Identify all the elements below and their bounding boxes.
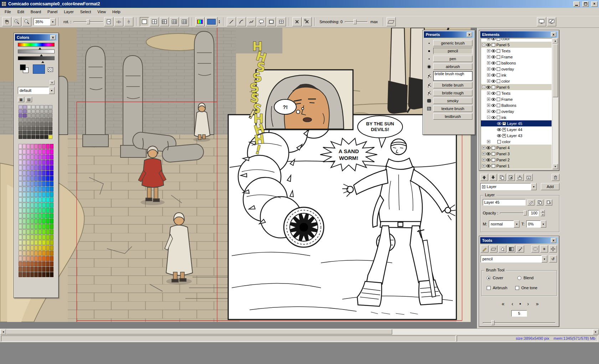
gray-swatch[interactable]: [27, 105, 31, 109]
expand-icon[interactable]: +: [487, 73, 490, 77]
color-swatch[interactable]: [19, 245, 22, 250]
color-swatch[interactable]: [38, 235, 42, 240]
color-swatch[interactable]: [42, 187, 46, 192]
color-swatch[interactable]: [26, 155, 30, 160]
visibility-eye-icon[interactable]: [486, 43, 491, 46]
gray-swatch[interactable]: [19, 105, 22, 109]
color-swatch[interactable]: [42, 171, 46, 176]
gray-swatch[interactable]: [44, 131, 48, 135]
preset-generic-brush[interactable]: generic brush: [433, 40, 472, 46]
gray-swatch[interactable]: [40, 114, 44, 118]
color-swatch[interactable]: [46, 155, 50, 160]
collapse-icon[interactable]: -: [482, 85, 485, 89]
gray-swatch[interactable]: [44, 122, 48, 126]
gray-swatch[interactable]: [40, 122, 44, 126]
color-swatch[interactable]: [38, 256, 42, 261]
color-swatch[interactable]: [38, 213, 42, 218]
menu-select[interactable]: Select: [77, 9, 94, 15]
color-swatch[interactable]: [46, 240, 50, 245]
color-swatch[interactable]: [34, 229, 38, 234]
color-swatch[interactable]: [42, 224, 46, 229]
display-settings-button[interactable]: [537, 17, 546, 26]
minimize-button[interactable]: [573, 1, 580, 7]
gray-swatch[interactable]: [36, 114, 40, 118]
color-swatch[interactable]: [22, 176, 26, 181]
color-swatch[interactable]: [42, 176, 46, 181]
visibility-eye-icon[interactable]: [497, 134, 501, 137]
gradient-tool-button[interactable]: [507, 245, 515, 253]
size-next-button[interactable]: ›: [526, 301, 531, 307]
menu-file[interactable]: File: [1, 9, 14, 15]
layer-checkbox[interactable]: [502, 128, 506, 131]
gray-swatch[interactable]: [48, 126, 52, 130]
color-swatch[interactable]: [22, 181, 26, 186]
add-layer-button[interactable]: Add: [541, 183, 559, 190]
color-swatch[interactable]: [22, 256, 26, 261]
duplicate-layer-button[interactable]: [498, 174, 506, 181]
color-swatch[interactable]: [42, 181, 46, 186]
color-swatch[interactable]: [46, 229, 50, 234]
view-grid-2-button[interactable]: [150, 17, 159, 26]
color-swatch[interactable]: [38, 224, 42, 229]
color-swatch[interactable]: [38, 251, 42, 256]
close-icon[interactable]: ×: [551, 32, 556, 37]
wand-tool-button[interactable]: ✳: [540, 245, 548, 253]
color-swatch[interactable]: [34, 235, 38, 240]
color-swatch[interactable]: [19, 261, 22, 266]
gray-swatch[interactable]: [31, 126, 35, 130]
color-swatch[interactable]: [50, 224, 53, 229]
gray-swatch[interactable]: [27, 118, 31, 122]
expand-icon[interactable]: +: [482, 158, 485, 161]
scroll-down-icon[interactable]: ▼: [553, 164, 558, 169]
one-tone-checkbox[interactable]: [515, 286, 519, 290]
color-swatch[interactable]: [38, 197, 42, 202]
view-grid-3-button[interactable]: [170, 17, 179, 26]
color-swatch[interactable]: [50, 187, 53, 192]
visibility-eye-icon[interactable]: [491, 74, 496, 77]
visibility-eye-icon[interactable]: [497, 128, 501, 131]
color-swatch[interactable]: [46, 267, 50, 272]
color-swatch[interactable]: [26, 197, 30, 202]
color-swatch[interactable]: [38, 171, 42, 176]
gray-swatch[interactable]: [36, 105, 40, 109]
visibility-eye-icon[interactable]: [497, 122, 501, 125]
copy-name-button[interactable]: [536, 199, 543, 206]
expand-icon[interactable]: +: [487, 49, 490, 52]
color-swatch[interactable]: [22, 219, 26, 224]
scroll-left-icon[interactable]: ◄: [0, 329, 6, 334]
color-swatch[interactable]: [38, 155, 42, 160]
eyedropper-tool-button[interactable]: [516, 245, 524, 253]
expand-icon[interactable]: +: [487, 140, 490, 143]
cut-layer-button[interactable]: [507, 174, 515, 181]
gray-swatch[interactable]: [31, 105, 35, 109]
blend-radio[interactable]: [517, 276, 521, 280]
tree-row-frame[interactable]: +Frame: [481, 54, 552, 60]
gray-swatch[interactable]: [23, 131, 27, 135]
gray-swatch[interactable]: [40, 131, 44, 135]
color-swatch[interactable]: [30, 165, 34, 170]
color-swatch[interactable]: [19, 197, 22, 202]
color-swatch[interactable]: [30, 160, 34, 165]
color-swatch[interactable]: [46, 149, 50, 154]
export-layer-button[interactable]: [525, 174, 533, 181]
color-swatch[interactable]: [42, 251, 46, 256]
gray-swatch[interactable]: [27, 126, 31, 130]
palette-view-grid-button[interactable]: ▦: [18, 97, 24, 102]
layer-checkbox[interactable]: [497, 116, 500, 119]
color-swatch[interactable]: [19, 219, 22, 224]
color-swatch[interactable]: [50, 171, 53, 176]
color-swatch[interactable]: [26, 176, 30, 181]
color-swatch[interactable]: [50, 251, 53, 256]
gray-swatch[interactable]: [23, 122, 27, 126]
gray-swatch[interactable]: [48, 105, 52, 109]
color-swatch[interactable]: [30, 261, 34, 266]
tools-panel-titlebar[interactable]: Tools ×: [480, 237, 558, 244]
menu-panel[interactable]: Panel: [44, 9, 61, 15]
color-swatch[interactable]: [19, 187, 22, 192]
preset-texture-brush[interactable]: texture brush: [433, 105, 472, 112]
color-swatch[interactable]: [19, 229, 22, 234]
color-swatch[interactable]: [30, 267, 34, 272]
color-swatch[interactable]: [46, 219, 50, 224]
lasso-tool-button[interactable]: [531, 245, 539, 253]
color-swatch[interactable]: [22, 213, 26, 218]
